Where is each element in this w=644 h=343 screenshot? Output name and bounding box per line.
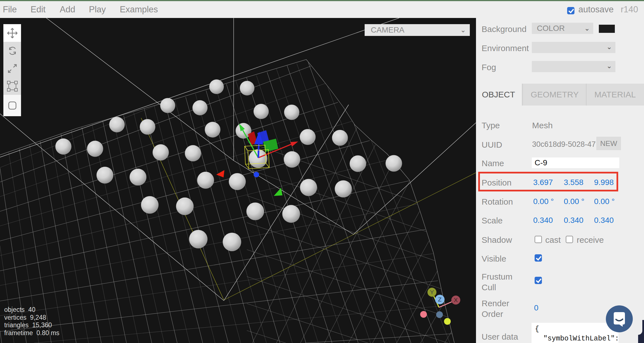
svg-text:X: X <box>454 297 458 303</box>
svg-text:Z: Z <box>438 296 442 303</box>
svg-text:Y: Y <box>430 289 434 295</box>
